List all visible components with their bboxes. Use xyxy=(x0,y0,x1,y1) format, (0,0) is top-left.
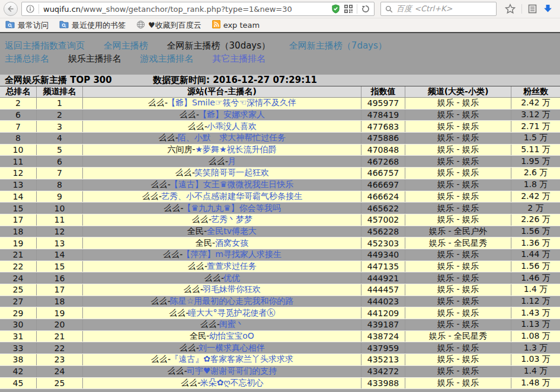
nav-row-2: 主播总排名 娱乐主播排名 游戏主播排名 其它主播排名 xyxy=(0,53,560,66)
bookmark-exp-team[interactable]: exp team xyxy=(212,20,260,30)
index-value-cell: 444023 xyxy=(361,296,405,307)
address-bar[interactable]: wuqifu.cn/www_show/getanchor/top_rank.ph… xyxy=(21,2,375,16)
platform-prefix: 么么- xyxy=(167,366,187,377)
fans-cell: 2.6 万 xyxy=(511,168,560,179)
category-cell: 娱乐 - 娱乐 xyxy=(405,214,511,226)
nav-new-7days[interactable]: 全网新主播榜（7days） xyxy=(289,40,387,51)
channel-rank-cell: 10 xyxy=(37,203,83,214)
fans-cell: 5.11 万 xyxy=(511,144,560,156)
bookmark-most-visited[interactable]: 最常访问 xyxy=(5,20,49,31)
platform-prefix: 么么- xyxy=(204,273,223,284)
index-value-cell: 435213 xyxy=(361,354,405,365)
category-cell: 娱乐 - 娱乐 xyxy=(405,307,511,319)
table-header-row: 总排名 频道排名 源站(平台-主播名) 指数值 频道(大类-小类) 粉丝数 xyxy=(0,86,560,98)
nav-back-to-query[interactable]: 返回主播指数查询页 xyxy=(5,40,85,51)
table-row: 29 19 么么-瞳大大°寻觅护花使者ⓚ 441209 娱乐 - 娱乐 1.43… xyxy=(0,307,560,319)
anchor-link[interactable]: 陌、小默ゝ求大神帮忙过任务 xyxy=(178,133,286,143)
fans-cell: 1.95 万 xyxy=(511,156,560,167)
channel-rank-cell: 15 xyxy=(37,261,83,272)
source-cell: 全民-全民tv傅老大 xyxy=(83,226,361,237)
platform-prefix: 么么- xyxy=(187,121,207,132)
anchor-link[interactable]: 艺秀、小不点感谢建华哥霸气秒条接生 xyxy=(161,191,302,202)
bookmark-recent[interactable]: 最近使用的书签 xyxy=(59,20,126,31)
anchor-link[interactable]: 幼怡宝宝oO xyxy=(209,331,254,342)
fans-cell: 1.56 万 xyxy=(511,261,560,272)
anchor-link[interactable]: 闺蜜丶 xyxy=(219,319,244,330)
anchor-link[interactable]: 【爺】安娜求家人 xyxy=(199,110,265,120)
channel-rank-cell: 9 xyxy=(37,191,83,203)
anchor-link[interactable]: 瞳大大°寻觅护花使者ⓚ xyxy=(188,308,276,319)
anchor-link[interactable]: 【♛九九丸♛】你会等我吗 xyxy=(183,203,280,214)
col-header-source: 源站(平台-主播名) xyxy=(83,86,361,97)
bookmarks-bar: 最常访问 最近使用的书签 ♥收藏到百度云 exp team xyxy=(0,18,560,32)
table-row: 31 21 全民-幼怡宝宝oO 438724 娱乐 - 全民星秀 1.08 万 xyxy=(0,331,560,343)
source-cell: 么么-月 xyxy=(83,156,361,167)
index-value-cell: 444457 xyxy=(361,284,405,295)
index-value-cell: 434272 xyxy=(361,366,405,377)
anchor-link[interactable]: 笑笑陪哥哥一起狂欢 xyxy=(194,168,269,178)
info-icon[interactable] xyxy=(26,5,34,13)
channel-rank-cell: 20 xyxy=(37,319,83,330)
category-cell: 娱乐 - 娱乐 xyxy=(405,168,511,179)
table-row: 17 11 么么-艺秀丶梦梦 457002 娱乐 - 娱乐 2.26 万 xyxy=(0,214,560,226)
platform-prefix: 么么- xyxy=(158,133,178,143)
nav-other-rank[interactable]: 其它主播排名 xyxy=(212,53,265,64)
channel-rank-cell: 1 xyxy=(37,98,83,109)
total-rank-cell: 31 xyxy=(0,331,37,342)
index-value-cell: 467268 xyxy=(361,156,405,167)
anchor-link[interactable]: 【萍萍】m寻找家人求接生 xyxy=(182,249,281,260)
fans-cell: 2.26 万 xyxy=(511,214,560,226)
download-icon[interactable] xyxy=(543,4,553,14)
platform-prefix: 么么- xyxy=(179,110,199,120)
total-rank-cell: 18 xyxy=(0,226,37,237)
anchor-link[interactable]: 【遠古】女王♛微微祝我生日快乐 xyxy=(170,179,294,190)
platform-prefix: 么么- xyxy=(148,98,167,108)
category-cell: 娱乐 - 娱乐 xyxy=(405,133,511,144)
category-cell: 娱乐 - 娱乐 xyxy=(405,378,511,389)
fans-cell: 1.43 万 xyxy=(511,307,560,319)
anchor-link[interactable]: 优优 xyxy=(223,273,240,284)
anchor-link[interactable]: 刘一横求真心相伴 xyxy=(199,343,265,354)
anchor-link[interactable]: 萱萱求过任务 xyxy=(207,261,257,272)
anchor-link[interactable]: 【爺】Smile☞筱兮☜深情不及久伴 xyxy=(167,98,296,108)
platform-prefix: 全民- xyxy=(190,331,209,342)
qr-code-icon[interactable] xyxy=(344,5,353,13)
nav-game-rank[interactable]: 游戏主播排名 xyxy=(140,53,194,64)
anchor-link[interactable]: ★夢舞★祝长流升伯爵 xyxy=(195,144,276,155)
category-cell: 娱乐 - 娱乐 xyxy=(405,249,511,261)
bookmark-baidu-cloud[interactable]: ♥收藏到百度云 xyxy=(136,20,201,31)
anchor-link[interactable]: 米朵✿ღ不忘初心 xyxy=(200,378,264,388)
channel-rank-cell: 6 xyxy=(37,156,83,167)
bookmark-star-icon[interactable] xyxy=(505,4,516,14)
anchor-link[interactable]: 司宇♥谢谢哥哥们的支持 xyxy=(187,366,277,377)
search-input[interactable]: 百度 <Ctrl+K> xyxy=(380,2,497,16)
anchor-link[interactable]: 艺秀丶梦梦 xyxy=(211,214,252,225)
total-rank-cell: 6 xyxy=(0,110,37,121)
category-cell: 娱乐 - 娱乐 xyxy=(405,272,511,284)
nav-total-rank[interactable]: 主播总排名 xyxy=(5,53,49,64)
anchor-link[interactable]: 酒窝女孩 xyxy=(215,238,248,249)
index-value-cell: 470848 xyxy=(361,144,405,156)
nav-new-30days-current: 全网新主播榜（30days） xyxy=(167,40,271,51)
platform-prefix: 么么- xyxy=(179,343,199,354)
table-row: 11 6 么么-月 467268 娱乐 - 娱乐 1.95 万 xyxy=(0,156,560,168)
anchor-link[interactable]: 陈星☆用最初的心走完我和你的路 xyxy=(170,296,294,307)
security-shield-icon[interactable] xyxy=(331,4,340,14)
back-button[interactable] xyxy=(4,2,18,16)
total-rank-cell: 45 xyxy=(0,378,37,389)
reload-icon[interactable] xyxy=(361,5,370,13)
url-text[interactable]: wuqifu.cn/www_show/getanchor/top_rank.ph… xyxy=(43,5,327,14)
library-icon[interactable] xyxy=(528,4,537,14)
anchor-link[interactable]: 月 xyxy=(228,156,236,167)
back-icon xyxy=(7,4,14,15)
fans-cell: 2.42 万 xyxy=(511,98,560,109)
anchor-link[interactable]: 小乖没人喜欢 xyxy=(207,121,257,132)
anchor-link[interactable]: 『遠古』✿客家客家兰丫头求求求 xyxy=(170,354,293,365)
table-row: 18 12 全民-全民tv傅老大 456228 娱乐 - 全民户外 1.56 万 xyxy=(0,226,560,238)
total-rank-cell: 10 xyxy=(0,144,37,156)
source-cell: 全民-幼怡宝宝oO xyxy=(83,331,361,342)
nav-all-anchor-rank[interactable]: 全网主播榜 xyxy=(104,40,148,51)
anchor-link[interactable]: 全民tv傅老大 xyxy=(207,226,257,237)
fans-cell: 2 万 xyxy=(511,203,560,214)
anchor-link[interactable]: 羽毛妹带你狂欢 xyxy=(203,284,261,295)
